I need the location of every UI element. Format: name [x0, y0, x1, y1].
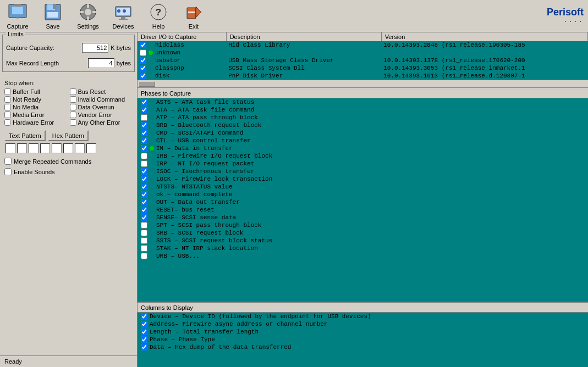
buffer-full-checkbox[interactable] [4, 88, 11, 95]
column-row[interactable]: Device – Device ID (followed by the endp… [138, 313, 588, 320]
driver-checkbox[interactable] [140, 57, 146, 64]
driver-row[interactable]: unknown [138, 49, 588, 57]
phase-row[interactable]: OUT – Data out transfer [138, 198, 588, 206]
phase-checkbox[interactable] [141, 153, 147, 159]
driver-checkbox[interactable] [140, 49, 146, 56]
phase-checkbox[interactable] [141, 114, 147, 121]
phase-row[interactable]: IN – Data in transfer [138, 144, 588, 152]
capture-button[interactable]: Capture [4, 2, 31, 30]
column-checkbox[interactable] [141, 336, 147, 343]
no-media-checkbox[interactable] [4, 104, 11, 110]
buffer-full-label: Buffer Full [13, 88, 40, 95]
phase-row[interactable]: LOCK – FireWire lock transaction [138, 175, 588, 183]
svg-point-9 [85, 9, 91, 15]
phase-row[interactable]: CTL – USB control transfer [138, 137, 588, 144]
phase-row[interactable]: ok – command complete [138, 191, 588, 198]
phase-checkbox[interactable] [141, 222, 147, 229]
settings-button[interactable]: Settings [75, 2, 101, 30]
phase-row[interactable]: ASTS – ATA task file status [138, 98, 588, 106]
phase-row[interactable]: NTSTS– NTSTATUS value [138, 183, 588, 191]
hardware-error-label: Hardware Error [13, 119, 54, 126]
phase-row[interactable]: BRB – Bluetooth request block [138, 121, 588, 129]
status-bar-area: Ready [0, 355, 137, 367]
svg-point-18 [117, 9, 120, 13]
data-overrun-row: Data Overrun [70, 104, 133, 110]
phase-checkbox[interactable] [141, 245, 147, 252]
max-record-input[interactable] [88, 58, 114, 68]
column-checkbox[interactable] [141, 313, 147, 320]
save-button[interactable]: Save [40, 2, 66, 30]
phase-row[interactable]: SSTS – SCSI request block status [138, 237, 588, 244]
enable-sounds-checkbox[interactable] [4, 168, 12, 175]
driver-checkbox[interactable] [140, 65, 146, 71]
phase-row[interactable]: RESET– bus reset [138, 206, 588, 214]
phase-checkbox[interactable] [141, 99, 147, 105]
phase-checkbox[interactable] [141, 176, 147, 182]
phase-row[interactable]: SENSE– SCSI sense data [138, 214, 588, 221]
data-overrun-checkbox[interactable] [70, 104, 76, 110]
any-other-error-checkbox[interactable] [70, 119, 76, 126]
phase-checkbox[interactable] [141, 207, 147, 213]
capture-capacity-input[interactable] [82, 43, 108, 53]
bus-reset-checkbox[interactable] [70, 88, 76, 95]
driver-row[interactable]: usbstorUSB Mass Storage Class Driver10.0… [138, 57, 588, 64]
phase-row[interactable]: SRB – SCSI request block [138, 229, 588, 237]
text-pattern-button[interactable]: Text Pattern [4, 130, 46, 141]
phase-row[interactable]: IRB – FireWire I/O request block [138, 152, 588, 160]
column-checkbox[interactable] [141, 329, 147, 335]
hardware-error-checkbox[interactable] [4, 119, 11, 126]
phase-row[interactable]: IRP – NT I/O request packet [138, 160, 588, 168]
column-row[interactable]: Length – Total transfer length [138, 328, 588, 336]
driver-col-desc: Description [226, 32, 381, 41]
media-error-checkbox[interactable] [4, 112, 11, 118]
svg-point-19 [123, 9, 126, 13]
driver-ver-cell: 10.0.14393.3053 (rs1_release_inmarket.1 [381, 64, 587, 72]
phase-checkbox[interactable] [141, 199, 147, 205]
phase-row[interactable]: CMD – SCSI/ATAPI command [138, 129, 588, 137]
column-row[interactable]: Data – Hex dump of the data transferred [138, 343, 588, 351]
driver-table-wrapper[interactable]: Driver I/O to Capture Description Versio… [138, 32, 588, 88]
driver-checkbox[interactable] [140, 73, 146, 79]
column-row[interactable]: Address– FireWire async address or chann… [138, 320, 588, 328]
driver-row[interactable]: diskPnP Disk Driver10.0.14393.1613 (rs1_… [138, 72, 588, 80]
phases-wrapper[interactable]: ASTS – ATA task file statusATA – ATA tas… [138, 98, 588, 303]
phase-row[interactable]: SPT – SCSI pass through block [138, 221, 588, 229]
merge-row: Merge Repeated Commands [2, 158, 135, 165]
not-ready-checkbox[interactable] [4, 96, 11, 103]
phase-checkbox[interactable] [141, 145, 147, 152]
phase-checkbox[interactable] [141, 230, 147, 236]
devices-button[interactable]: Devices [110, 2, 136, 30]
exit-button[interactable]: Exit [180, 2, 207, 30]
columns-wrapper[interactable]: Device – Device ID (followed by the endp… [138, 313, 588, 367]
merge-repeated-checkbox[interactable] [4, 158, 12, 165]
phase-row[interactable]: STAK – NT IRP stack location [138, 244, 588, 252]
phase-checkbox[interactable] [141, 122, 147, 129]
column-checkbox[interactable] [141, 344, 147, 351]
driver-checkbox[interactable] [140, 42, 146, 48]
phase-row[interactable]: ATA – ATA task file command [138, 106, 588, 114]
save-icon [43, 2, 63, 22]
phase-checkbox[interactable] [141, 168, 147, 175]
invalid-command-checkbox[interactable] [70, 96, 76, 103]
driver-row[interactable]: hidclassHid Class Library10.0.14393.2848… [138, 41, 588, 49]
driver-row[interactable]: classpnpSCSI Class System Dll10.0.14393.… [138, 64, 588, 72]
vendor-error-checkbox[interactable] [70, 112, 76, 118]
phase-checkbox[interactable] [141, 214, 147, 221]
phase-row[interactable]: URB – USB... [138, 252, 588, 260]
phase-text: SENSE– SCSI sense data [156, 214, 236, 221]
phase-checkbox[interactable] [141, 137, 147, 144]
hex-pattern-button[interactable]: Hex Pattern [48, 130, 89, 141]
phase-checkbox[interactable] [141, 184, 147, 190]
phase-checkbox[interactable] [141, 160, 147, 167]
phase-checkbox[interactable] [141, 191, 147, 198]
phase-checkbox[interactable] [141, 253, 147, 259]
phase-row[interactable]: ISOC – Isochronous transfer [138, 168, 588, 175]
phase-checkbox[interactable] [141, 130, 147, 136]
help-button[interactable]: ? Help [145, 2, 172, 30]
column-checkbox[interactable] [141, 321, 147, 327]
phase-checkbox[interactable] [141, 237, 147, 244]
phase-checkbox[interactable] [141, 107, 147, 113]
phase-row[interactable]: ATP – ATA pass through block [138, 114, 588, 121]
column-row[interactable]: Phase – Phase Type [138, 336, 588, 343]
driver-name-cell: unknown [138, 49, 226, 57]
